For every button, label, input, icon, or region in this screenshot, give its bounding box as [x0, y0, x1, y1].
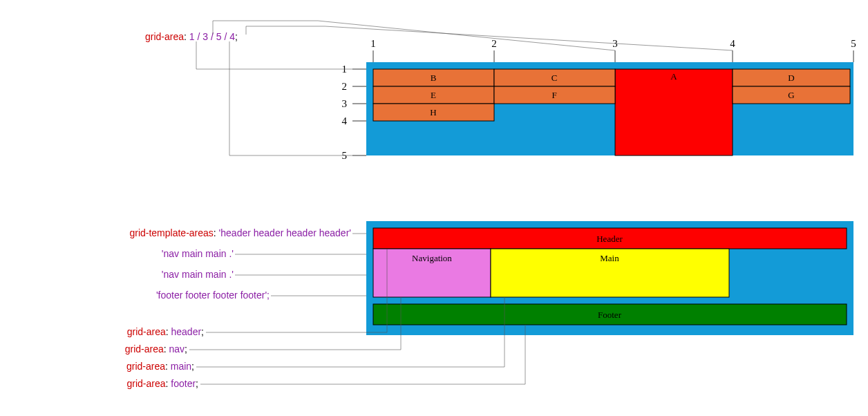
d1-cell-b-label: B	[431, 73, 437, 83]
d1-cell-h-label: H	[430, 107, 436, 117]
d1-row-ticks	[352, 69, 366, 155]
d2-header-label: Header	[596, 234, 623, 244]
d1-col-4: 4	[730, 38, 735, 49]
d2-area-nav: grid-area: nav;	[125, 343, 187, 354]
diagram1: A B C D E F G H 1 2 3 4 5	[145, 21, 856, 161]
d2-template-line-0: grid-template-areas: 'header header head…	[129, 227, 351, 238]
d1-row-2: 2	[342, 81, 348, 92]
d1-cell-d-label: D	[788, 73, 794, 83]
d1-cell-f-label: F	[551, 90, 556, 100]
d1-cell-a	[615, 69, 733, 155]
d2-template-line-2: 'nav main main .'	[162, 269, 234, 280]
d2-template-line-1: 'nav main main .'	[162, 248, 234, 259]
d2-area-footer: grid-area: footer;	[126, 378, 198, 389]
d1-col-5: 5	[851, 38, 856, 49]
grid-diagram-svg: A B C D E F G H 1 2 3 4 5	[28, 14, 857, 415]
d1-row-4: 4	[342, 115, 348, 126]
d1-code: grid-area: 1 / 3 / 5 / 4;	[145, 31, 238, 42]
d1-cell-c-label: C	[551, 73, 558, 83]
d2-area-main: grid-area: main;	[126, 361, 194, 372]
d1-cell-a-label: A	[670, 71, 677, 82]
d2-nav-label: Navigation	[412, 253, 452, 263]
d1-row-3: 3	[342, 98, 348, 109]
d2-main-label: Main	[600, 253, 619, 263]
d2-footer-label: Footer	[598, 310, 622, 320]
d2-template-line-3: 'footer footer footer footer';	[156, 290, 270, 301]
d1-col-1: 1	[370, 38, 376, 49]
d2-area-header: grid-area: header;	[127, 326, 204, 337]
diagram2: Header Navigation Main Footer grid-templ…	[125, 221, 853, 389]
d1-cell-g-label: G	[788, 90, 794, 100]
d1-col-2: 2	[491, 38, 497, 49]
d1-col-ticks	[373, 50, 853, 62]
d1-cell-e-label: E	[431, 90, 436, 100]
